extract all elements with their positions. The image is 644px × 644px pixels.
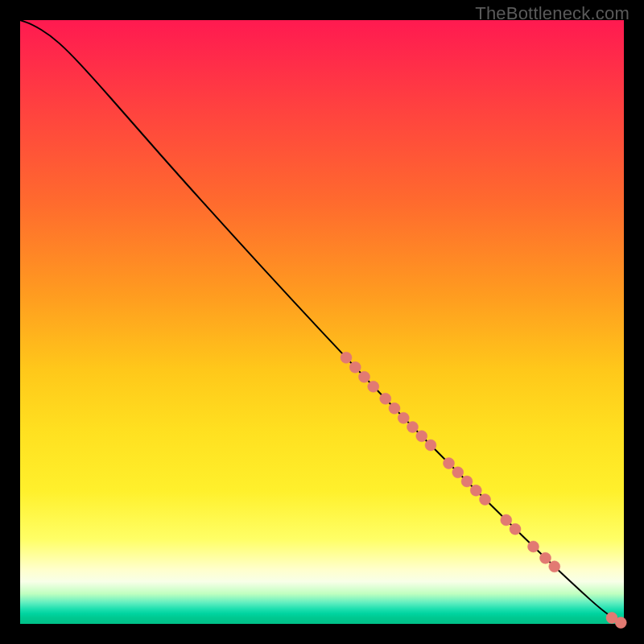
- curve-line: [20, 20, 624, 624]
- data-markers: [341, 352, 626, 628]
- data-point: [480, 494, 491, 506]
- data-point: [528, 541, 539, 552]
- data-point: [368, 381, 379, 392]
- data-point: [341, 352, 352, 363]
- data-point: [549, 561, 560, 572]
- data-point: [615, 617, 626, 629]
- data-point: [416, 431, 427, 442]
- data-point: [359, 371, 370, 382]
- data-point: [540, 552, 551, 564]
- data-point: [425, 440, 436, 451]
- data-point: [398, 412, 409, 423]
- plot-background: [20, 20, 624, 624]
- data-point: [501, 514, 512, 526]
- data-point: [444, 458, 455, 469]
- chart-svg: [20, 20, 624, 624]
- data-point: [461, 476, 473, 487]
- data-point: [349, 361, 361, 373]
- chart-frame: TheBottleneck.com: [0, 0, 644, 644]
- data-point: [452, 467, 464, 478]
- data-point: [380, 393, 391, 404]
- data-point: [470, 485, 481, 496]
- data-point: [407, 422, 419, 433]
- data-point: [389, 402, 400, 414]
- watermark-text: TheBottleneck.com: [475, 3, 630, 24]
- data-point: [510, 523, 521, 535]
